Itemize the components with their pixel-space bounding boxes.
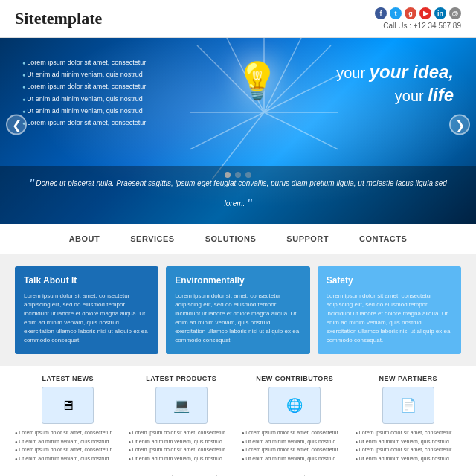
bottom-col-icon-1: 💻 (155, 387, 208, 424)
card-env-body: Lorem ipsum dolor sit amet, consectetur … (175, 292, 300, 345)
list-item: Ut enim ad minim veniam, quis nostrud (242, 454, 348, 463)
cards-section: Talk About It Lorem ipsum dolor sit amet… (0, 254, 476, 366)
hero-slider: 💡 Lorem ipsum dolor sit amet, consectetu… (0, 38, 476, 224)
hero-list-item: Lorem ipsum dolor sit amet, consectetur (22, 57, 146, 68)
nav-support[interactable]: SUPPORT (271, 231, 344, 246)
next-arrow[interactable]: ❯ (449, 115, 470, 135)
list-item: Lorem ipsum dolor sit amet, consectetur (356, 428, 462, 437)
hero-heading: your your idea, your life (336, 60, 454, 106)
footer-nav: About Us Services Solutions Support Cont… (0, 469, 476, 476)
bottom-col-2: NEW CONTRIBUTORS🌐Lorem ipsum dolor sit a… (242, 375, 348, 463)
hero-list: Lorem ipsum dolor sit amet, consecteturU… (22, 57, 146, 129)
list-item: Lorem ipsum dolor sit amet, consectetur (15, 428, 121, 437)
list-item: Lorem ipsum dolor sit amet, consectetur (356, 446, 462, 454)
nav-solutions[interactable]: SOLUTIONS (190, 231, 271, 246)
list-item: Ut enim ad minim veniam, quis nostrud (129, 454, 235, 463)
card-talk-body: Lorem ipsum dolor sit amet, consectetur … (24, 292, 149, 345)
card-env-title: Environmentally (175, 275, 300, 286)
main-nav: ABOUT SERVICES SOLUTIONS SUPPORT CONTACT… (0, 224, 476, 254)
site-logo: Sitetemplate (15, 9, 102, 28)
youtube-icon[interactable]: ▶ (419, 7, 431, 19)
prev-arrow[interactable]: ❮ (6, 115, 27, 135)
twitter-icon[interactable]: t (390, 7, 402, 19)
list-item: Lorem ipsum dolor sit amet, consectetur (129, 446, 235, 454)
facebook-icon[interactable]: f (375, 7, 387, 19)
email-icon[interactable]: @ (449, 7, 461, 19)
nav-services[interactable]: SERVICES (115, 231, 189, 246)
list-item: Lorem ipsum dolor sit amet, consectetur (129, 428, 235, 437)
hero-list-item: Lorem ipsum dolor sit amet, consectetur (22, 117, 146, 129)
list-item: Ut enim ad minim veniam, quis nostrud (129, 437, 235, 446)
list-item: Lorem ipsum dolor sit amet, consectetur (242, 446, 348, 454)
hero-list-item: Ut enim ad minim veniam, quis nostrud (22, 93, 146, 105)
header: Sitetemplate f t g ▶ in @ Call Us : +12 … (0, 0, 476, 38)
card-safety: Safety Lorem ipsum dolor sit amet, conse… (318, 266, 461, 354)
bottom-col-icon-0: 🖥 (42, 387, 94, 424)
list-item: Lorem ipsum dolor sit amet, consectetur (242, 428, 348, 437)
bottom-col-heading-1: LATEST PRODUCTS (129, 375, 235, 382)
bottom-col-heading-0: LATEST NEWS (15, 375, 121, 382)
quote-text: Donec ut placerat nulla. Praesent sagitt… (36, 179, 447, 208)
header-right: f t g ▶ in @ Call Us : +12 34 567 89 (375, 7, 461, 30)
list-item: Ut enim ad minim veniam, quis nostrud (15, 454, 121, 463)
social-icons: f t g ▶ in @ (375, 7, 461, 19)
card-safety-title: Safety (327, 275, 452, 286)
svg-line-7 (264, 112, 338, 149)
card-safety-body: Lorem ipsum dolor sit amet, consectetur … (327, 292, 452, 345)
list-item: Ut enim ad minim veniam, quis nostrud (15, 437, 121, 446)
bottom-col-icon-2: 🌐 (268, 387, 321, 424)
svg-line-9 (190, 112, 264, 149)
nav-contacts[interactable]: CONTACTS (344, 231, 422, 246)
quote-bar: " Donec ut placerat nulla. Praesent sagi… (0, 166, 476, 224)
list-item: Ut enim ad minim veniam, quis nostrud (356, 454, 462, 463)
card-talk: Talk About It Lorem ipsum dolor sit amet… (15, 266, 158, 354)
bottom-col-1: LATEST PRODUCTS💻Lorem ipsum dolor sit am… (129, 375, 235, 463)
nav-about[interactable]: ABOUT (54, 231, 115, 246)
bottom-col-heading-2: NEW CONTRIBUTORS (242, 375, 348, 382)
bottom-col-3: NEW PARTNERS📄Lorem ipsum dolor sit amet,… (356, 375, 462, 463)
card-env: Environmentally Lorem ipsum dolor sit am… (166, 266, 309, 354)
bottom-col-icon-3: 📄 (382, 387, 434, 424)
hero-list-item: Lorem ipsum dolor sit amet, consectetur (22, 80, 146, 92)
hero-list-item: Ut enim ad minim veniam, quis nostrud (22, 68, 146, 80)
list-item: Lorem ipsum dolor sit amet, consectetur (15, 446, 121, 454)
bottom-section: LATEST NEWS🖥Lorem ipsum dolor sit amet, … (0, 366, 476, 469)
list-item: Ut enim ad minim veniam, quis nostrud (242, 437, 348, 446)
call-us: Call Us : +12 34 567 89 (375, 22, 461, 30)
lightbulb-icon: 💡 (235, 60, 280, 102)
hero-list-item: Ut enim ad minim veniam, quis nostrud (22, 105, 146, 117)
linkedin-icon[interactable]: in (434, 7, 446, 19)
google-icon[interactable]: g (405, 7, 416, 19)
card-talk-title: Talk About It (24, 275, 149, 286)
bottom-col-0: LATEST NEWS🖥Lorem ipsum dolor sit amet, … (15, 375, 121, 463)
bottom-col-heading-3: NEW PARTNERS (356, 375, 462, 382)
list-item: Ut enim ad minim veniam, quis nostrud (356, 437, 462, 446)
